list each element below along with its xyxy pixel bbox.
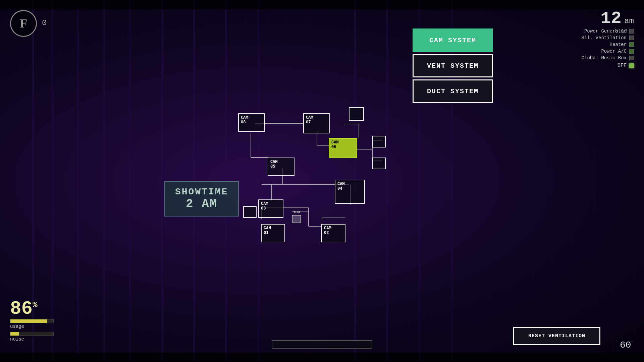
cam04-label: CAM04 (337, 182, 345, 191)
bottom-bar (0, 353, 644, 362)
off-indicator (629, 63, 634, 68)
cam05-label: CAM05 (270, 160, 278, 169)
cam07-label: CAM07 (306, 115, 313, 125)
sil-ventilation-label: Sil. Ventilation (582, 35, 627, 41)
sil-ventilation-item[interactable]: Sil. Ventilation (567, 35, 634, 41)
stats-panel: 86% usage noise (10, 299, 54, 342)
right-panel: Power Generator Sil. Ventilation Heater … (567, 28, 634, 68)
duct-system-button[interactable]: DUCT SYSTEM (413, 79, 493, 103)
sil-ventilation-indicator (629, 36, 634, 40)
bottom-progress-bar (272, 340, 372, 349)
temperature-unit: ° (631, 340, 634, 346)
cam06-label: CAM06 (331, 140, 339, 149)
heater-label: Heater (610, 42, 627, 47)
system-buttons-panel: CAM SYSTEM VENT SYSTEM DUCT SYSTEM (413, 28, 493, 103)
time-hour: 12 (600, 9, 621, 28)
cam-top-right-node[interactable] (349, 107, 364, 121)
noise-label: noise (10, 337, 54, 342)
score-display: 0 (42, 18, 47, 27)
cam01-label: CAM01 (264, 226, 271, 235)
cam06-node[interactable]: CAM06 (329, 138, 357, 158)
usage-symbol: % (33, 300, 37, 309)
showtime-subtitle: 2 AM (175, 197, 228, 211)
cam04-node[interactable]: CAM04 (335, 180, 365, 204)
cam07-node[interactable]: CAM07 (303, 113, 330, 133)
global-music-box-item[interactable]: Global Music Box (567, 55, 634, 61)
usage-display: 86% (10, 299, 54, 318)
usage-percentage: 86% (10, 298, 38, 319)
noise-bar-container (10, 332, 54, 336)
power-generator-indicator (629, 29, 634, 34)
power-ac-indicator (629, 49, 634, 54)
cam03-node[interactable]: CAM03 (258, 199, 283, 218)
cam05-node[interactable]: CAM05 (268, 158, 294, 176)
usage-label: usage (10, 324, 54, 329)
cam-right-top-node[interactable] (372, 136, 386, 147)
power-generator-label: Power Generator (584, 28, 627, 34)
heater-item[interactable]: Heater (567, 42, 634, 47)
heater-indicator (629, 42, 634, 47)
global-music-box-label: Global Music Box (582, 55, 627, 61)
time-ampm: am (624, 16, 634, 25)
freddy-logo: F (10, 10, 37, 37)
freddy-logo-letter: F (20, 16, 27, 31)
showtime-title: SHOWTIME (175, 187, 228, 197)
cam-small-left-node[interactable] (243, 206, 257, 218)
cam08-label: CAM08 (241, 115, 248, 125)
power-ac-label: Power A/C (601, 49, 627, 54)
showtime-sign: SHOWTIME 2 AM (164, 181, 239, 217)
cam-system-button[interactable]: CAM SYSTEM (413, 28, 493, 52)
noise-bar-fill (10, 332, 19, 336)
cam08-node[interactable]: CAM08 (238, 113, 265, 132)
usage-value: 86 (10, 298, 33, 319)
temperature-display: 60° (620, 340, 634, 350)
top-bar (0, 0, 644, 9)
cam02-node[interactable]: CAM02 (321, 224, 345, 242)
power-ac-item[interactable]: Power A/C (567, 49, 634, 54)
cam-right-bottom-node[interactable] (372, 158, 386, 169)
usage-bar-container (10, 319, 54, 323)
cam01-node[interactable]: CAM01 (261, 224, 285, 242)
camera-map: CAM08 CAM07 CAM06 CAM05 CAM04 CAM03 YOU … (218, 94, 419, 261)
vent-system-button[interactable]: VENT SYSTEM (413, 54, 493, 77)
off-item[interactable]: OFF (567, 63, 634, 68)
power-generator-item[interactable]: Power Generator (567, 28, 634, 34)
off-label: OFF (618, 63, 627, 68)
cam03-label: CAM03 (261, 201, 268, 211)
usage-bar-fill (10, 319, 47, 323)
reset-ventilation-button[interactable]: RESET VENTILATION (513, 327, 600, 345)
cam02-label: CAM02 (324, 226, 331, 235)
global-music-box-indicator (629, 56, 634, 60)
temperature-value: 60 (620, 340, 631, 350)
